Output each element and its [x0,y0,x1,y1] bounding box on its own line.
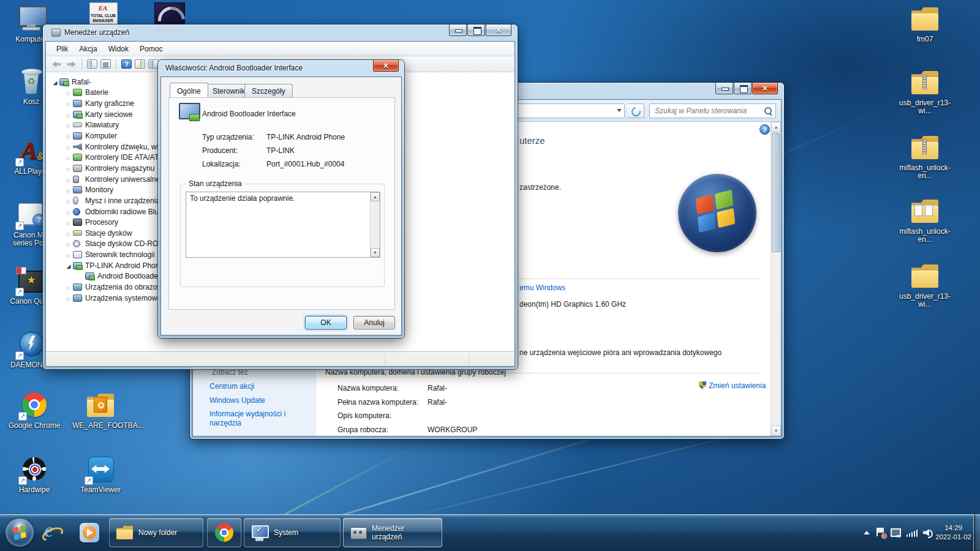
menu-plik[interactable]: Plik [51,43,74,55]
shortcut-arrow-icon [15,222,24,230]
back-icon[interactable] [51,60,62,69]
chevron-down-icon[interactable] [617,109,622,112]
minimize-button[interactable] [449,24,467,36]
console-tree-icon[interactable] [87,59,97,69]
taskbar-folder-button[interactable]: Nowy folder [109,518,203,547]
expander-icon[interactable] [64,175,73,184]
desktop-icon-hardwipe[interactable]: Hardwipe [6,454,62,494]
expander-icon[interactable] [64,88,73,97]
desktop-icon-google-chrome[interactable]: Google Chrome [6,390,62,430]
scroll-down-icon[interactable]: ▼ [371,248,380,257]
taskbar-clock[interactable]: 14:29 2022-01-02 [935,514,971,551]
desktop-icon-fm07[interactable]: fm07 [897,4,953,43]
cancel-button[interactable]: Anuluj [353,316,395,329]
shortcut-arrow-icon [18,412,27,421]
ok-button[interactable]: OK [305,316,347,329]
sidebar-link-action-center[interactable]: Centrum akcji [209,382,254,391]
search-icon[interactable] [764,107,772,115]
chrome-icon [215,523,233,542]
desktop-icon-usb-driver-1[interactable]: usb_driver_r13-wi... [897,67,953,115]
properties-dialog[interactable]: Właściwości: Android Bootloader Interfac… [158,60,404,338]
taskbar-wmp-button[interactable] [77,520,102,545]
expander-icon[interactable] [64,283,73,291]
scroll-up-icon[interactable]: ▲ [771,122,781,132]
desktop-icon-we-are-footba[interactable]: WE_ARE_FOOTBA... [72,390,129,430]
device-status-textbox[interactable]: To urządzenie działa poprawnie. ▲ ▼ [186,192,380,258]
expander-icon[interactable] [64,197,73,205]
computer-icon [73,132,82,140]
status-separator [469,354,470,364]
expander-icon[interactable] [64,250,73,259]
close-button[interactable] [486,24,511,36]
refresh-button[interactable] [627,103,644,118]
menu-akcja[interactable]: Akcja [74,43,102,55]
expander-icon[interactable] [64,164,73,173]
maximize-button[interactable] [467,24,485,36]
start-button[interactable] [6,519,34,547]
expander-icon[interactable] [64,121,73,129]
textbox-scrollbar[interactable]: ▲ ▼ [370,192,380,257]
desktop-icon-usb-driver-2[interactable]: usb_driver_r13-wi... [897,261,953,309]
volume-icon[interactable] [923,528,933,538]
taskbar-chrome-button[interactable] [207,518,241,547]
shortcut-arrow-icon [15,351,24,360]
taskbar-device-manager-button[interactable]: Menedżer urządzeń [343,518,442,547]
sidebar-link-performance[interactable]: Informacje wydajności i narzędzia [209,410,301,428]
taskbar-system-button[interactable]: System [244,518,341,547]
properties-icon[interactable] [100,59,111,69]
expander-icon[interactable] [64,218,73,227]
menu-widok[interactable]: Widok [103,43,134,55]
expander-icon[interactable] [64,186,73,194]
show-desktop-button[interactable] [973,514,980,551]
change-settings-link[interactable]: Zmień ustawienia [699,381,766,390]
tab-ogolne[interactable]: Ogólne [170,83,208,97]
taskbar: Nowy folder System Menedżer urządzeń x 1… [0,514,980,551]
hidden-icons-chevron[interactable] [864,531,870,534]
signal-icon[interactable] [907,528,918,537]
field-value: TP-LINK Android Phone [266,133,345,141]
minimize-button[interactable] [715,83,733,94]
expander-icon[interactable] [64,261,73,270]
expander-icon[interactable] [64,132,73,140]
expander-icon[interactable] [64,294,73,302]
action-center-icon[interactable]: x [875,528,885,538]
windows-logo [678,174,756,252]
network-icon[interactable] [891,528,901,538]
action-pane-icon[interactable] [135,59,145,69]
row-label: Nazwa komputera: [337,384,399,392]
sidebar-link-windows-update[interactable]: Windows Update [209,396,265,405]
expander-icon[interactable] [64,239,73,248]
expander-icon[interactable] [64,110,73,119]
forward-icon[interactable] [66,60,77,69]
vertical-scrollbar[interactable]: ▲ ▼ [771,122,781,436]
expander-icon[interactable] [64,229,73,238]
toolbar-separator [116,59,116,69]
desktop-icon-miflash-1[interactable]: miflash_unlock-en... [897,132,953,180]
expander-icon[interactable] [64,99,73,108]
desktop-icon-miflash-2[interactable]: miflash_unlock-en... [897,196,953,244]
maximize-button[interactable] [734,83,752,94]
computer-icon [59,78,69,86]
scan-icon[interactable] [148,59,159,69]
help-icon[interactable]: ? [760,124,770,135]
menu-pomoc[interactable]: Pomoc [134,43,168,55]
windows-link-fragment[interactable]: emu Windows [519,283,565,292]
expander-icon[interactable] [64,143,73,151]
close-button[interactable] [373,60,399,72]
desktop-icon-teamviewer[interactable]: TeamViewer [72,454,129,494]
network-adapter-icon [73,111,82,118]
close-button[interactable] [752,83,778,94]
expander-icon[interactable] [51,78,59,86]
expander-icon[interactable] [64,208,73,216]
row-label: Pełna nazwa komputera: [337,398,418,407]
taskbar-ie-button[interactable] [39,520,64,545]
tab-szczegoly[interactable]: Szczegóły [244,84,293,97]
scroll-up-icon[interactable]: ▲ [371,192,380,201]
expander-icon[interactable] [64,153,73,162]
scrollbar-thumb[interactable] [772,133,780,252]
help-icon[interactable] [121,59,132,69]
system-icon [251,525,268,540]
search-input[interactable]: Szukaj w Panelu sterowania [649,103,776,118]
processor-fragment: deon(tm) HD Graphics 1.60 GHz [519,300,626,309]
scroll-down-icon[interactable]: ▼ [771,425,781,436]
